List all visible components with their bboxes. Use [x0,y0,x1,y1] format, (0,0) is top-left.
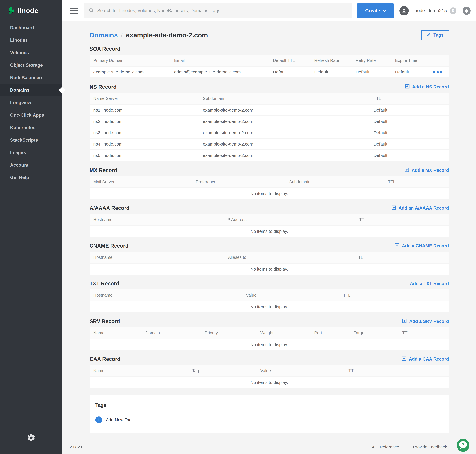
sidebar-item-kubernetes[interactable]: Kubernetes [0,121,62,134]
section-title: MX Record [89,167,117,174]
table-cell: Default [269,69,311,75]
table-cell: admin@example-site-demo-2.com [170,69,269,75]
add-txt-record-link[interactable]: Add a TXT Record [402,280,449,287]
column-header: Name [89,368,188,373]
section-title: TXT Record [89,280,119,287]
help-button[interactable]: ? [457,439,469,452]
table-header-row: Primary DomainEmailDefault TTLRefresh Ra… [89,55,449,67]
notifications-button[interactable] [462,7,471,15]
empty-state: No items to display. [89,226,449,237]
table-cell: Default [391,69,427,75]
footer: v0.82.0 API Reference Provide Feedback [62,440,476,454]
table-header-row: HostnameIP AddressTTL [89,214,449,226]
sidebar-item-longview[interactable]: Longview [0,96,62,109]
table-header-row: NameDomainPriorityWeightPortTargetTTL [89,327,449,339]
sidebar-item-domains[interactable]: Domains [0,84,62,96]
table-cell: example-site-demo-2.com [199,130,370,135]
add-a-aaaa-record-link[interactable]: Add an A/AAAA Record [391,205,449,211]
column-header: Primary Domain [89,58,170,63]
column-header: TTL [355,217,449,222]
column-header: Value [242,293,339,298]
sidebar-nav: DashboardLinodesVolumesObject StorageNod… [0,21,62,184]
column-header: Email [170,58,269,63]
add-record-icon [405,84,410,90]
table-cell: example-site-demo-2.com [199,142,370,147]
notification-count-badge: 0 [450,8,456,14]
column-header: Name [89,331,142,335]
sidebar-item-volumes[interactable]: Volumes [0,46,62,59]
column-header: TTL [370,96,449,101]
sidebar-settings-button[interactable] [0,433,62,443]
section-title: CNAME Record [89,243,128,249]
a-aaaa-record-section: A/AAAA Record Add an A/AAAA Record Hostn… [89,205,449,237]
sidebar-item-get-help[interactable]: Get Help [0,171,62,184]
breadcrumb-domains-link[interactable]: Domains [89,31,118,39]
ns-table: Name ServerSubdomainTTLns1.linode.comexa… [89,93,449,161]
table-cell: ns3.linode.com [89,130,199,135]
column-header: Value [257,368,345,373]
breadcrumb-separator: / [121,31,123,39]
caa-record-section: CAA Record Add a CAA Record NameTagValue… [89,356,449,388]
sidebar-item-dashboard[interactable]: Dashboard [0,22,62,34]
add-mx-record-link[interactable]: Add a MX Record [404,167,449,174]
empty-state: No items to display. [89,377,449,388]
tags-button[interactable]: Tags [421,30,449,40]
sidebar-item-stackscripts[interactable]: StackScripts [0,134,62,146]
column-header: Subdomain [285,180,384,184]
api-reference-link[interactable]: API Reference [372,445,399,449]
table-cell: example-site-demo-2.com [199,119,370,124]
add-srv-record-link[interactable]: Add a SRV Record [402,318,449,325]
sidebar-item-nodebalancers[interactable]: NodeBalancers [0,71,62,84]
table-header-row: NameTagValueTTL [89,365,449,377]
table-row: ns4.linode.comexample-site-demo-2.comDef… [89,139,449,150]
section-title: CAA Record [89,356,120,362]
linode-logo[interactable]: linode [0,0,62,21]
add-ns-record-link[interactable]: Add a NS Record [405,84,449,90]
add-record-icon [404,167,409,174]
column-header: Mail Server [89,180,192,184]
table-header-row: HostnameValueTTL [89,289,449,301]
bell-icon [464,8,469,13]
section-title: NS Record [89,84,117,90]
txt-table: HostnameValueTTLNo items to display. [89,289,449,312]
search-input[interactable] [97,8,348,13]
caa-table: NameTagValueTTLNo items to display. [89,365,449,388]
column-header: Hostname [89,217,223,222]
add-caa-record-link[interactable]: Add a CAA Record [402,356,449,362]
table-cell: Default [370,153,449,158]
column-header: Expire Time [391,58,427,63]
menu-toggle-button[interactable] [70,8,78,14]
column-header: Tag [188,368,257,373]
app-version: v0.82.0 [70,445,83,449]
create-button[interactable]: Create [357,3,394,18]
column-header: TTL [384,180,449,184]
column-header: Hostname [89,255,224,260]
soa-table: Primary DomainEmailDefault TTLRefresh Ra… [89,55,449,78]
pencil-icon [426,32,431,38]
column-header: Subdomain [199,96,370,101]
username[interactable]: linode_demo215 [412,8,447,13]
section-title: SOA Record [89,46,120,52]
cname-table: HostnameAliases toTTLNo items to display… [89,252,449,275]
linode-logo-text: linode [18,7,38,15]
ns-record-section: NS Record Add a NS Record Name ServerSub… [89,84,449,161]
breadcrumb: Domains / example-site-demo-2.com Tags [89,30,449,40]
table-cell: example-site-demo-2.com [89,69,170,75]
sidebar-item-one-click-apps[interactable]: One-Click Apps [0,109,62,121]
column-header: Aliases to [224,255,352,260]
sidebar-item-images[interactable]: Images [0,146,62,159]
add-cname-record-link[interactable]: Add a CNAME Record [394,243,449,249]
topbar: Create linode_demo215 0 [62,0,476,21]
sidebar-item-linodes[interactable]: Linodes [0,34,62,46]
avatar[interactable] [399,6,409,15]
sidebar-item-account[interactable]: Account [0,159,62,171]
add-new-tag-button[interactable]: + Add New Tag [95,416,443,423]
table-row: ns5.linode.comexample-site-demo-2.comDef… [89,150,449,161]
provide-feedback-link[interactable]: Provide Feedback [413,445,447,449]
table-row: ns3.linode.comexample-site-demo-2.comDef… [89,127,449,139]
svg-text:?: ? [461,442,465,448]
column-header: TTL [345,368,449,373]
column-header: Port [311,331,350,335]
sidebar-item-object-storage[interactable]: Object Storage [0,59,62,71]
row-actions-ellipsis[interactable] [427,71,449,73]
